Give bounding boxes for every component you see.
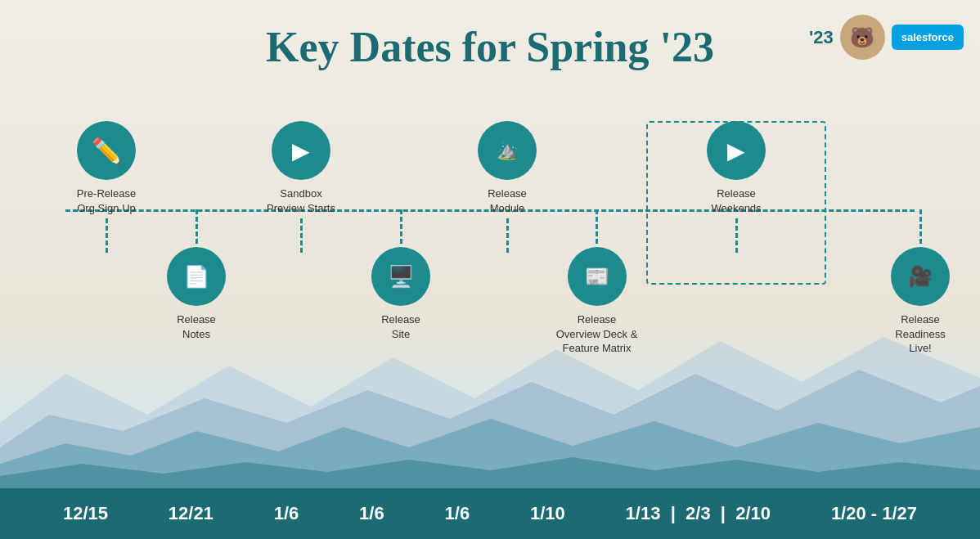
release-weekends-label: ReleaseWeekends bbox=[711, 186, 761, 215]
item-release-module: ⛰️ ReleaseModule bbox=[466, 121, 548, 253]
pre-release-label: Pre-ReleaseOrg Sign Up bbox=[77, 186, 136, 215]
release-module-label: ReleaseModule bbox=[488, 186, 527, 215]
release-weekends-item: ▶ ReleaseWeekends bbox=[695, 121, 777, 253]
release-overview-up-line bbox=[596, 209, 598, 244]
item-pre-release: ✏️ Pre-ReleaseOrg Sign Up bbox=[70, 121, 143, 253]
bottom-date-bar: 12/15 12/21 1/6 1/6 1/6 1/10 1/13 | 2/3 … bbox=[0, 488, 980, 539]
pre-release-line bbox=[106, 218, 108, 253]
release-readiness-label: Release ReadinessLive! bbox=[875, 312, 965, 356]
sandbox-line bbox=[300, 218, 303, 253]
release-overview-icon: 📰 bbox=[568, 247, 627, 306]
release-module-line bbox=[506, 218, 509, 253]
sandbox-label: SandboxPreview Starts bbox=[267, 186, 335, 215]
date-1215: 12/15 bbox=[63, 503, 108, 524]
item-release-weekends: ▶ ReleaseWeekends bbox=[695, 121, 777, 253]
pre-release-icon: ✏️ bbox=[77, 121, 136, 180]
date-16c: 1/6 bbox=[445, 503, 470, 524]
logo-area: '23 🐻 salesforce bbox=[809, 15, 964, 60]
release-module-item: ⛰️ ReleaseModule bbox=[466, 121, 548, 253]
release-module-icon: ⛰️ bbox=[478, 121, 537, 180]
item-release-overview: 📰 ReleaseOverview Deck &Feature Matrix bbox=[550, 209, 644, 356]
date-16b: 1/6 bbox=[359, 503, 384, 524]
item-release-site: 🖥️ ReleaseSite bbox=[360, 209, 442, 341]
date-readiness: 1/20 - 1/27 bbox=[831, 503, 917, 524]
spring23-badge: '23 bbox=[809, 27, 834, 48]
date-release-weekends: 1/13 | 2/3 | 2/10 bbox=[626, 503, 771, 524]
pre-release-item: ✏️ Pre-ReleaseOrg Sign Up bbox=[70, 121, 143, 253]
timeline-area: ✏️ Pre-ReleaseOrg Sign Up ▶ SandboxPrevi… bbox=[25, 98, 955, 458]
date-1221: 12/21 bbox=[169, 503, 214, 524]
item-sandbox-preview: ▶ SandboxPreview Starts bbox=[260, 121, 342, 253]
sandbox-item: ▶ SandboxPreview Starts bbox=[260, 121, 342, 253]
sandbox-icon: ▶ bbox=[272, 121, 330, 180]
release-site-icon: 🖥️ bbox=[371, 247, 430, 306]
release-readiness-icon: 🎥 bbox=[891, 247, 950, 306]
release-site-up-line bbox=[400, 209, 402, 244]
item-release-notes: 📄 ReleaseNotes bbox=[155, 209, 237, 341]
release-site-item: 🖥️ ReleaseSite bbox=[360, 209, 442, 341]
salesforce-logo: salesforce bbox=[892, 25, 964, 50]
release-notes-icon: 📄 bbox=[167, 247, 226, 306]
date-110: 1/10 bbox=[530, 503, 565, 524]
release-site-label: ReleaseSite bbox=[381, 312, 420, 341]
release-readiness-up-line bbox=[919, 209, 922, 244]
date-16a: 1/6 bbox=[274, 503, 299, 524]
release-weekends-icon: ▶ bbox=[707, 121, 766, 180]
release-overview-item: 📰 ReleaseOverview Deck &Feature Matrix bbox=[550, 209, 644, 356]
release-notes-label: ReleaseNotes bbox=[177, 312, 216, 341]
release-notes-item: 📄 ReleaseNotes bbox=[155, 209, 237, 341]
release-notes-up-line bbox=[196, 209, 198, 244]
release-overview-label: ReleaseOverview Deck &Feature Matrix bbox=[556, 312, 638, 356]
item-release-readiness: 🎥 Release ReadinessLive! bbox=[875, 209, 965, 356]
release-weekends-line bbox=[735, 218, 738, 253]
release-readiness-item: 🎥 Release ReadinessLive! bbox=[875, 209, 965, 356]
mascot-icon: 🐻 bbox=[840, 15, 885, 60]
